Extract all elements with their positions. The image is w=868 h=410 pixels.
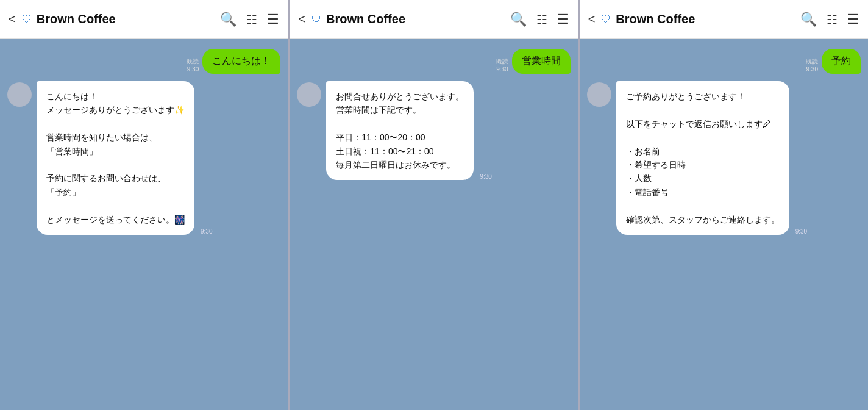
received-time: 9:30 xyxy=(201,228,212,235)
sent-message-row: 既読 9:30 予約 xyxy=(587,49,861,74)
document-icon[interactable]: ☷ xyxy=(246,12,257,27)
received-message-row: こんにちは！ メッセージありがとうございます✨ 営業時間を知りたい場合は、 「営… xyxy=(7,81,280,235)
back-button[interactable]: < xyxy=(9,12,16,26)
received-bubble: お問合せありがとうございます。 営業時間は下記です。 平日：11：00〜20：0… xyxy=(326,81,474,180)
panel-2: < 🛡 Brown Coffee 🔍 ☷ ☰ 既読 9:30 営業時間 お問合せ… xyxy=(290,0,578,410)
search-icon[interactable]: 🔍 xyxy=(510,12,527,27)
chat-area: 既読 9:30 予約 ご予約ありがとうございます！ 以下をチャットで返信お願いし… xyxy=(580,39,868,410)
chat-area: 既読 9:30 こんにちは！ こんにちは！ メッセージありがとうございます✨ 営… xyxy=(0,39,288,410)
sent-bubble: こんにちは！ xyxy=(202,49,280,74)
menu-icon[interactable]: ☰ xyxy=(557,12,569,27)
recv-wrap: こんにちは！ メッセージありがとうございます✨ 営業時間を知りたい場合は、 「営… xyxy=(37,81,212,235)
received-bubble: こんにちは！ メッセージありがとうございます✨ 営業時間を知りたい場合は、 「営… xyxy=(37,81,194,235)
back-button[interactable]: < xyxy=(588,12,596,26)
sent-time: 9:30 xyxy=(496,66,508,73)
sent-message-meta: 既読 9:30 xyxy=(496,57,508,73)
document-icon[interactable]: ☷ xyxy=(827,12,838,27)
panel-1: < 🛡 Brown Coffee 🔍 ☷ ☰ 既読 9:30 こんにちは！ こん… xyxy=(0,0,288,410)
sent-bubble: 営業時間 xyxy=(512,49,571,74)
chat-title: Brown Coffee xyxy=(326,12,505,26)
sent-time: 9:30 xyxy=(187,66,199,73)
document-icon[interactable]: ☷ xyxy=(536,12,547,27)
chat-title: Brown Coffee xyxy=(616,12,795,26)
header-actions: 🔍 ☷ ☰ xyxy=(800,12,859,27)
received-bubble: ご予約ありがとうございます！ 以下をチャットで返信お願いします🖊 ・お名前 ・希… xyxy=(616,81,789,235)
shield-icon: 🛡 xyxy=(22,14,32,25)
shield-icon: 🛡 xyxy=(601,14,611,25)
back-button[interactable]: < xyxy=(298,12,305,26)
header-actions: 🔍 ☷ ☰ xyxy=(220,12,279,27)
chat-header: < 🛡 Brown Coffee 🔍 ☷ ☰ xyxy=(580,0,868,39)
received-time: 9:30 xyxy=(795,228,807,235)
chat-header: < 🛡 Brown Coffee 🔍 ☷ ☰ xyxy=(0,0,288,39)
search-icon[interactable]: 🔍 xyxy=(220,12,237,27)
read-label: 既読 xyxy=(806,57,818,66)
sent-message-meta: 既読 9:30 xyxy=(806,57,818,73)
recv-wrap: お問合せありがとうございます。 営業時間は下記です。 平日：11：00〜20：0… xyxy=(326,81,491,180)
search-icon[interactable]: 🔍 xyxy=(800,12,817,27)
sent-message-row: 既読 9:30 営業時間 xyxy=(297,49,570,74)
menu-icon[interactable]: ☰ xyxy=(847,12,859,27)
sent-bubble: 予約 xyxy=(822,49,861,74)
read-label: 既読 xyxy=(496,57,508,66)
read-label: 既読 xyxy=(187,57,199,66)
recv-wrap: ご予約ありがとうございます！ 以下をチャットで返信お願いします🖊 ・お名前 ・希… xyxy=(616,81,807,235)
shield-icon: 🛡 xyxy=(311,14,321,25)
received-time: 9:30 xyxy=(480,173,491,180)
sent-message-row: 既読 9:30 こんにちは！ xyxy=(7,49,280,74)
bot-avatar xyxy=(587,82,611,107)
sent-message-meta: 既読 9:30 xyxy=(187,57,199,73)
bot-avatar xyxy=(297,82,321,107)
sent-time: 9:30 xyxy=(806,66,818,73)
received-message-row: ご予約ありがとうございます！ 以下をチャットで返信お願いします🖊 ・お名前 ・希… xyxy=(587,81,861,235)
header-actions: 🔍 ☷ ☰ xyxy=(510,12,569,27)
panel-3: < 🛡 Brown Coffee 🔍 ☷ ☰ 既読 9:30 予約 ご予約ありが… xyxy=(580,0,868,410)
chat-title: Brown Coffee xyxy=(37,12,216,26)
chat-header: < 🛡 Brown Coffee 🔍 ☷ ☰ xyxy=(290,0,577,39)
menu-icon[interactable]: ☰ xyxy=(267,12,279,27)
bot-avatar xyxy=(7,82,32,107)
chat-area: 既読 9:30 営業時間 お問合せありがとうございます。 営業時間は下記です。 … xyxy=(290,39,577,410)
received-message-row: お問合せありがとうございます。 営業時間は下記です。 平日：11：00〜20：0… xyxy=(297,81,570,180)
